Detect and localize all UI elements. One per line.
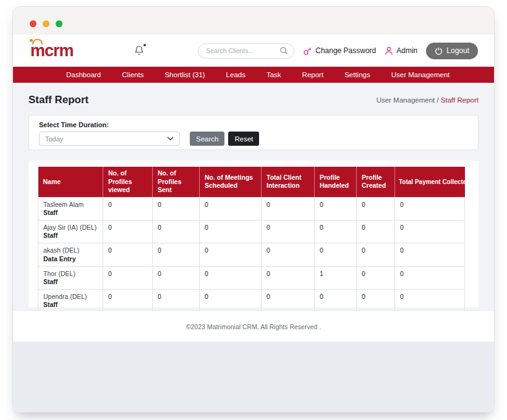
time-duration-label: Select Time Duration:: [39, 121, 468, 128]
profile-handeled-link[interactable]: 0: [315, 289, 357, 312]
search-icon[interactable]: [279, 46, 288, 55]
table-row: Upendra (DEL)Staff 0 0 0 0 0 0 0: [38, 289, 465, 312]
profiles-viewed-cell: 0: [103, 289, 153, 312]
payment-collected-cell: 0: [395, 266, 465, 289]
client-interaction-cell: 0: [262, 243, 315, 266]
staff-role: Staff: [43, 301, 98, 309]
staff-role: Data Entry: [43, 255, 98, 263]
filter-search-button[interactable]: Search: [190, 132, 224, 146]
profile-created-link[interactable]: 0: [357, 197, 395, 220]
profile-handeled-link[interactable]: 0: [315, 220, 357, 243]
copyright-text: ©2023 Matrimonial CRM. All Rights Reserv…: [186, 323, 321, 330]
profile-created-link[interactable]: 0: [357, 289, 395, 312]
profile-handeled-link[interactable]: 0: [315, 197, 357, 220]
nav-item-user-management[interactable]: User Management: [391, 71, 450, 78]
nav-item-shortlist[interactable]: Shortlist (31): [164, 71, 205, 78]
main-navigation: Dashboard Clients Shortlist (31) Leads T…: [13, 67, 494, 83]
change-password-link[interactable]: Change Password: [303, 46, 376, 56]
change-password-label: Change Password: [315, 46, 376, 55]
breadcrumb-staff-report: Staff Report: [441, 96, 479, 104]
page-title: Staff Report: [28, 94, 88, 106]
page-content: Staff Report User Management / Staff Rep…: [13, 83, 494, 311]
notifications-bell-button[interactable]: [134, 45, 144, 56]
app-logo[interactable]: mcrm: [30, 43, 74, 59]
header-right-group: Change Password Admin Logout: [198, 43, 478, 59]
page-title-row: Staff Report User Management / Staff Rep…: [28, 83, 479, 109]
staff-role: Staff: [43, 278, 98, 286]
time-duration-selected-value: Today: [45, 135, 63, 143]
payment-collected-cell: 0: [395, 220, 465, 243]
staff-name: akash (DEL): [43, 246, 98, 254]
time-duration-select[interactable]: Today: [39, 132, 180, 146]
app-header: mcrm Change Pa: [13, 35, 494, 67]
breadcrumb-separator: /: [435, 96, 441, 104]
col-header-name: Name: [38, 167, 103, 197]
col-header-profiles-sent: No. of Profiles Sent: [153, 167, 200, 197]
profile-created-link[interactable]: 0: [357, 220, 395, 243]
staff-name-cell: Tasleem AlamStaff: [38, 197, 103, 220]
profile-handeled-link[interactable]: 1: [315, 266, 357, 289]
profile-created-link[interactable]: 0: [357, 266, 395, 289]
logout-button[interactable]: Logout: [426, 43, 478, 59]
payment-collected-cell: 0: [395, 289, 465, 312]
key-icon: [303, 46, 312, 56]
nav-item-task[interactable]: Task: [266, 71, 281, 78]
logo-rest: crm: [45, 41, 74, 60]
filter-controls: Today Search Reset: [39, 132, 468, 146]
staff-name: Ajay Sir (IA) (DEL): [43, 224, 98, 232]
window-close-button[interactable]: [30, 20, 36, 27]
payment-collected-cell: 0: [395, 243, 465, 266]
staff-name-cell: Upendra (DEL)Staff: [38, 289, 103, 312]
window-bottom-area: [13, 342, 494, 412]
staff-name: Tasleem Alam: [43, 201, 98, 209]
col-header-payment-collected: Total Payment Collected: [395, 167, 465, 197]
filter-reset-button[interactable]: Reset: [228, 132, 259, 146]
browser-window: mcrm Change Pa: [12, 6, 495, 413]
staff-report-table: Name No. of Profiles viewed No. of Profi…: [38, 167, 465, 335]
nav-item-clients[interactable]: Clients: [122, 71, 143, 78]
profiles-viewed-cell: 0: [103, 197, 153, 220]
staff-name-cell: Thor (DEL)Staff: [38, 266, 103, 289]
staff-name: Thor (DEL): [43, 270, 98, 278]
meetings-scheduled-cell: 0: [200, 220, 262, 243]
nav-item-report[interactable]: Report: [302, 71, 324, 78]
profiles-viewed-cell: 0: [103, 220, 153, 243]
breadcrumb-user-management[interactable]: User Management: [377, 96, 435, 104]
table-row: Thor (DEL)Staff 0 0 0 0 1 0 0: [38, 266, 465, 289]
bell-icon: [134, 45, 144, 56]
profile-created-link[interactable]: 0: [357, 243, 395, 266]
profiles-sent-cell: 0: [153, 220, 200, 243]
profiles-sent-cell: 0: [153, 243, 200, 266]
meetings-scheduled-cell: 0: [200, 197, 262, 220]
nav-item-settings[interactable]: Settings: [344, 71, 370, 78]
col-header-profiles-viewed: No. of Profiles viewed: [103, 167, 153, 197]
filter-panel: Select Time Duration: Today Search Reset: [28, 115, 479, 150]
col-header-profile-created: Profile Created: [357, 167, 395, 197]
client-interaction-cell: 0: [262, 220, 315, 243]
client-interaction-cell: 0: [262, 197, 315, 220]
window-maximize-button[interactable]: [56, 20, 62, 27]
breadcrumb: User Management / Staff Report: [377, 96, 479, 104]
staff-role: Staff: [43, 232, 98, 240]
client-interaction-cell: 0: [262, 289, 315, 312]
col-header-client-interaction: Total Client Interaction: [262, 167, 315, 197]
profile-handeled-link[interactable]: 0: [315, 243, 357, 266]
nav-item-leads[interactable]: Leads: [226, 71, 245, 78]
window-minimize-button[interactable]: [43, 20, 49, 27]
search-input[interactable]: [206, 47, 279, 54]
profiles-viewed-cell: 0: [103, 266, 153, 289]
profiles-viewed-cell: 0: [103, 243, 153, 266]
table-row: Ajay Sir (IA) (DEL)Staff 0 0 0 0 0 0 0: [38, 220, 465, 243]
admin-menu[interactable]: Admin: [385, 46, 417, 56]
window-titlebar: [13, 7, 494, 35]
profiles-sent-cell: 0: [153, 266, 200, 289]
table-header-row: Name No. of Profiles viewed No. of Profi…: [38, 167, 465, 197]
page-footer: ©2023 Matrimonial CRM. All Rights Reserv…: [13, 311, 494, 342]
nav-item-dashboard[interactable]: Dashboard: [66, 71, 101, 78]
admin-label: Admin: [396, 46, 417, 55]
staff-report-table-card: Name No. of Profiles viewed No. of Profi…: [28, 161, 479, 308]
logout-label: Logout: [446, 46, 469, 55]
table-row: akash (DEL)Data Entry 0 0 0 0 0 0 0: [38, 243, 465, 266]
payment-collected-cell: 0: [395, 197, 465, 220]
profiles-sent-cell: 0: [153, 197, 200, 220]
